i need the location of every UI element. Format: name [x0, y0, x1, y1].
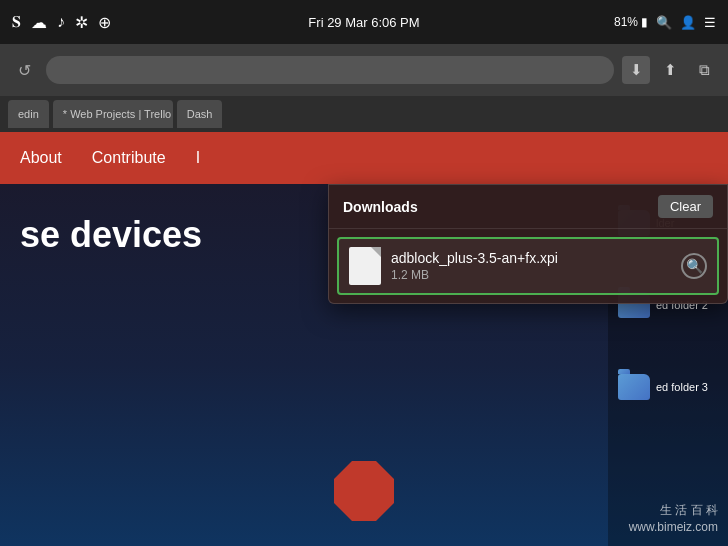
file-size: 1.2 MB — [391, 268, 671, 282]
stop-sign-shape — [334, 461, 394, 521]
copy-icon: ⧉ — [699, 61, 710, 79]
datetime-label: Fri 29 Mar 6:06 PM — [308, 15, 419, 30]
url-bar[interactable] — [46, 56, 614, 84]
tab-bar: edin * Web Projects | Trello Dash — [0, 96, 728, 132]
main-content: About Contribute I se devices lder ed fo… — [0, 132, 728, 546]
folder-label-3: ed folder 3 — [656, 381, 708, 393]
tab-label: * Web Projects | Trello — [63, 108, 171, 120]
watermark: 生 活 百 科 www.bimeiz.com — [629, 502, 718, 536]
reload-button[interactable]: ↺ — [10, 56, 38, 84]
folder-icon-3 — [618, 374, 650, 400]
file-name: adblock_plus-3.5-an+fx.xpi — [391, 250, 671, 266]
nav-contribute[interactable]: Contribute — [92, 149, 166, 167]
downloads-header: Downloads Clear — [329, 185, 727, 229]
magnify-icon: 🔍 — [686, 258, 703, 274]
download-button[interactable]: ⬇ — [622, 56, 650, 84]
creative-cloud-icon: ☁ — [31, 13, 47, 32]
wifi-icon: ⊕ — [98, 13, 111, 32]
file-icon — [349, 247, 381, 285]
watermark-line1: 生 活 百 科 — [629, 502, 718, 519]
share-icon: ⬆ — [664, 61, 677, 79]
watermark-line2: www.bimeiz.com — [629, 519, 718, 536]
menubar: 𝐒 ☁ ♪ ✲ ⊕ Fri 29 Mar 6:06 PM 81% ▮ 🔍 👤 ☰ — [0, 0, 728, 44]
tab-label: edin — [18, 108, 39, 120]
menubar-left: 𝐒 ☁ ♪ ✲ ⊕ — [12, 13, 111, 32]
downloads-panel: Downloads Clear adblock_plus-3.5-an+fx.x… — [328, 184, 728, 304]
search-circle[interactable]: 🔍 — [681, 253, 707, 279]
site-nav: About Contribute I — [0, 132, 728, 184]
battery-icon: ▮ — [641, 15, 648, 29]
share-button[interactable]: ⬆ — [656, 56, 684, 84]
battery-block: 81% ▮ — [614, 15, 648, 29]
download-item-0[interactable]: adblock_plus-3.5-an+fx.xpi 1.2 MB 🔍 — [337, 237, 719, 295]
tab-dash[interactable]: Dash — [177, 100, 223, 128]
user-icon[interactable]: 👤 — [680, 15, 696, 30]
folder-item-3[interactable]: ed folder 3 — [608, 368, 728, 406]
adblock-logo — [329, 456, 399, 526]
tab-linkedin[interactable]: edin — [8, 100, 49, 128]
tab-trello[interactable]: * Web Projects | Trello — [53, 100, 173, 128]
search-icon[interactable]: 🔍 — [656, 15, 672, 30]
menu-icon[interactable]: ☰ — [704, 15, 716, 30]
music-icon: ♪ — [57, 13, 65, 31]
nav-i[interactable]: I — [196, 149, 200, 167]
menubar-right: 81% ▮ 🔍 👤 ☰ — [614, 15, 716, 30]
downloads-title: Downloads — [343, 199, 418, 215]
download-icon: ⬇ — [630, 61, 643, 79]
menubar-datetime: Fri 29 Mar 6:06 PM — [308, 15, 419, 30]
file-info: adblock_plus-3.5-an+fx.xpi 1.2 MB — [391, 250, 671, 282]
nav-about[interactable]: About — [20, 149, 62, 167]
browser-toolbar: ↺ ⬇ ⬆ ⧉ — [0, 44, 728, 96]
battery-percent: 81% — [614, 15, 638, 29]
stop-sign — [329, 456, 399, 526]
downloads-list: adblock_plus-3.5-an+fx.xpi 1.2 MB 🔍 — [329, 229, 727, 303]
bluetooth-icon: ✲ — [75, 13, 88, 32]
tab-label: Dash — [187, 108, 213, 120]
toolbar-icons-right: ⬇ ⬆ ⧉ — [622, 56, 718, 84]
clear-button[interactable]: Clear — [658, 195, 713, 218]
copy-button[interactable]: ⧉ — [690, 56, 718, 84]
skype-icon: 𝐒 — [12, 13, 21, 31]
